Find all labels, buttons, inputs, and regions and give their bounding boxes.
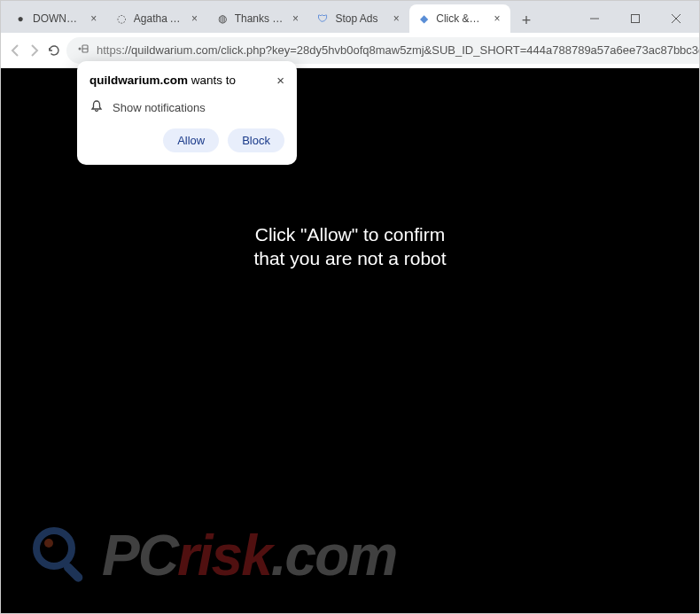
forward-button[interactable] — [27, 37, 42, 64]
arrow-right-icon — [27, 43, 42, 58]
tab-title: Click &quot;Allow&... — [436, 12, 486, 25]
minimize-button[interactable] — [582, 9, 607, 28]
tab-title: DOWNLOAD: Agath... — [33, 12, 82, 25]
url-path: ://quildwarium.com/click.php?key=28dy5hv… — [121, 43, 700, 57]
back-button[interactable] — [8, 37, 22, 64]
tab-title: Agatha All Along S0... — [134, 12, 183, 25]
svg-point-4 — [79, 48, 82, 51]
reload-icon — [47, 43, 61, 58]
watermark-part3: .com — [271, 524, 396, 587]
allow-button[interactable]: Allow — [163, 128, 219, 152]
permission-suffix: wants to — [188, 74, 236, 87]
close-icon — [672, 14, 681, 23]
site-info-icon[interactable] — [75, 42, 89, 58]
maximize-icon — [631, 14, 640, 23]
reload-button[interactable] — [47, 37, 61, 64]
watermark-text: PCrisk.com — [102, 523, 396, 588]
tab-3[interactable]: 🛡 Stop Ads × — [308, 4, 409, 33]
main-message: Click "Allow" to confirm that you are no… — [1, 222, 699, 271]
close-icon[interactable]: × — [289, 12, 301, 25]
watermark-part2: risk — [177, 524, 271, 587]
new-tab-button[interactable]: + — [514, 8, 539, 33]
address-bar[interactable]: https://quildwarium.com/click.php?key=28… — [66, 37, 700, 64]
main-message-line2: that you are not a robot — [1, 246, 699, 270]
svg-rect-1 — [631, 15, 639, 23]
permission-title: quildwarium.com wants to — [89, 74, 236, 87]
close-icon[interactable]: × — [88, 12, 100, 25]
tab-2[interactable]: ◍ Thanks for downloa... × — [208, 4, 309, 33]
favicon-loading-icon: ◌ — [114, 12, 128, 26]
tab-0[interactable]: ● DOWNLOAD: Agath... × — [6, 4, 107, 33]
svg-point-12 — [44, 539, 53, 548]
svg-rect-13 — [62, 561, 84, 583]
main-message-line1: Click "Allow" to confirm — [1, 222, 699, 246]
close-window-button[interactable] — [664, 9, 688, 28]
permission-close-button[interactable]: × — [276, 74, 284, 87]
tab-1[interactable]: ◌ Agatha All Along S0... × — [107, 4, 208, 33]
watermark-part1: PC — [102, 524, 177, 587]
close-icon[interactable]: × — [390, 12, 402, 25]
watermark: PCrisk.com — [29, 523, 396, 588]
arrow-left-icon — [8, 43, 22, 58]
bell-icon — [89, 99, 104, 116]
block-button[interactable]: Block — [228, 128, 284, 152]
favicon-diamond-icon: ◆ — [416, 12, 431, 26]
url-scheme: https — [97, 43, 121, 57]
permission-domain: quildwarium.com — [89, 74, 188, 87]
permission-label: Show notifications — [113, 101, 206, 114]
close-icon[interactable]: × — [491, 12, 503, 25]
tab-4-active[interactable]: ◆ Click &quot;Allow&... × — [409, 4, 510, 33]
favicon-shield-icon: 🛡 — [315, 12, 330, 26]
permission-prompt: quildwarium.com wants to × Show notifica… — [77, 61, 297, 165]
magnifier-icon — [29, 524, 93, 587]
browser-window: ● DOWNLOAD: Agath... × ◌ Agatha All Alon… — [0, 0, 700, 614]
tabs-row: ● DOWNLOAD: Agath... × ◌ Agatha All Alon… — [1, 1, 699, 33]
favicon-globe-icon: ◍ — [215, 12, 229, 26]
minimize-icon — [590, 14, 599, 23]
tab-title: Stop Ads — [335, 12, 385, 25]
favicon-download-icon: ● — [13, 12, 27, 26]
url-text: https://quildwarium.com/click.php?key=28… — [97, 43, 700, 57]
close-icon[interactable]: × — [189, 12, 201, 25]
tab-title: Thanks for downloa... — [235, 12, 284, 25]
maximize-button[interactable] — [623, 9, 648, 28]
svg-point-11 — [36, 531, 72, 566]
